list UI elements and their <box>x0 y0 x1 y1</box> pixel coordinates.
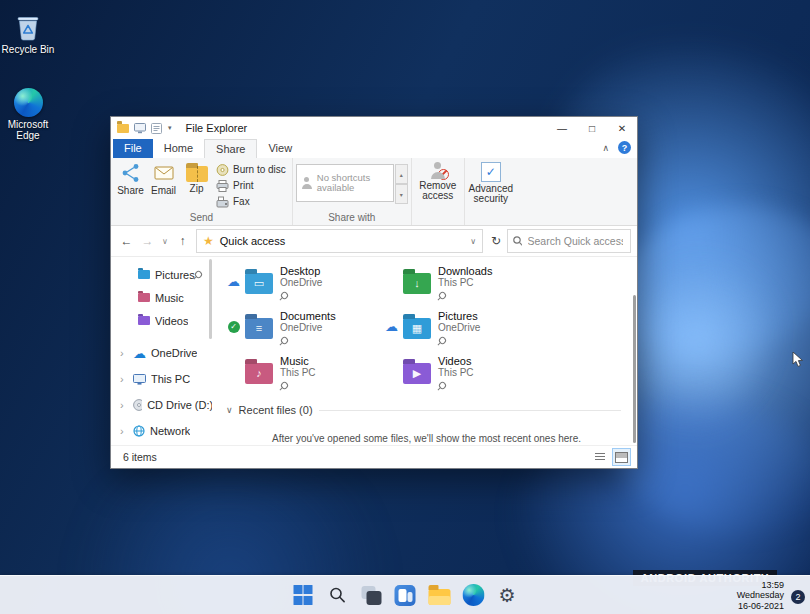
expand-chevron-icon[interactable]: › <box>120 348 124 359</box>
sidebar-item-pictures[interactable]: Pictures <box>111 263 212 286</box>
clock-day: Wednesday <box>737 590 784 601</box>
title-bar[interactable]: ▾ File Explorer — □ ✕ <box>111 117 637 139</box>
zip-button[interactable]: Zip <box>180 160 213 196</box>
downloads-folder-icon: ↓ <box>403 273 431 294</box>
taskbar-settings-button[interactable]: ⚙ <box>494 582 521 609</box>
advanced-security-button[interactable]: ✓ Advanced security <box>468 160 514 206</box>
music-folder-icon: ♪ <box>245 363 273 384</box>
tile-music[interactable]: ♪ Music This PC <box>226 349 384 394</box>
back-button[interactable]: ← <box>117 231 136 251</box>
taskbar-file-explorer-button[interactable] <box>426 582 453 609</box>
network-icon <box>133 425 145 437</box>
expand-chevron-icon[interactable]: › <box>120 400 124 411</box>
taskbar: ⚙ 13:59 Wednesday 16-06-2021 2 <box>0 575 810 614</box>
help-button[interactable]: ? <box>618 141 631 154</box>
current-location[interactable]: Quick access <box>220 235 285 247</box>
share-button[interactable]: Share <box>114 160 147 198</box>
expand-chevron-icon[interactable]: › <box>120 426 124 437</box>
sidebar-item-music[interactable]: Music <box>111 286 212 309</box>
ribbon-group-share-with: No shortcuts available ▴ ▾ Share with <box>293 158 412 225</box>
address-dropdown-icon[interactable]: ∨ <box>470 237 476 246</box>
share-icon <box>120 162 142 184</box>
pin-icon <box>194 270 204 280</box>
content-scrollbar[interactable] <box>633 295 636 443</box>
section-divider <box>319 410 621 411</box>
details-view-button[interactable] <box>590 448 609 466</box>
task-view-icon <box>361 586 381 605</box>
notification-badge[interactable]: 2 <box>791 590 805 604</box>
taskbar-edge-button[interactable] <box>460 582 487 609</box>
tile-videos[interactable]: ▶ Videos This PC <box>384 349 542 394</box>
desktop-icon-recycle-bin[interactable]: Recycle Bin <box>1 10 55 55</box>
up-button[interactable]: ↑ <box>173 231 192 251</box>
email-button[interactable]: Email <box>147 160 180 198</box>
recent-locations-chevron-icon[interactable]: ∨ <box>159 231 171 251</box>
qat-properties-icon[interactable] <box>151 123 162 134</box>
maximize-button[interactable]: □ <box>577 117 607 139</box>
breadcrumb[interactable]: ★ Quick access ∨ <box>196 229 483 253</box>
ribbon-share: Share Email Zip <box>111 158 637 226</box>
widgets-button[interactable] <box>392 582 419 609</box>
qat-customize-chevron-icon[interactable]: ▾ <box>168 124 172 132</box>
sidebar-item-videos[interactable]: Videos <box>111 309 212 332</box>
forward-button[interactable]: → <box>138 231 157 251</box>
minimize-button[interactable]: — <box>547 117 577 139</box>
desktop-icon-label: Recycle Bin <box>1 44 55 55</box>
search-box[interactable] <box>507 229 631 253</box>
remove-access-icon <box>429 162 446 179</box>
edge-icon <box>14 88 43 117</box>
scroll-up-button[interactable]: ▴ <box>395 164 408 184</box>
tile-pictures[interactable]: ☁ ▦ Pictures OneDrive <box>384 304 542 349</box>
expand-chevron-icon[interactable]: › <box>120 374 124 385</box>
advanced-security-icon: ✓ <box>481 162 501 182</box>
ribbon-group-advanced-security: ✓ Advanced security <box>465 158 517 225</box>
printer-icon <box>216 180 229 192</box>
pin-icon <box>438 290 448 300</box>
recycle-bin-icon <box>1 10 55 42</box>
taskbar-search-button[interactable] <box>324 582 351 609</box>
sidebar-item-onedrive[interactable]: › ☁ OneDrive <box>111 340 212 366</box>
collapse-section-chevron-icon[interactable]: ∨ <box>226 405 233 415</box>
refresh-button[interactable]: ↻ <box>487 234 505 248</box>
qat-computer-icon[interactable] <box>134 123 146 134</box>
file-explorer-window: ▾ File Explorer — □ ✕ File Home Share Vi… <box>110 116 638 469</box>
close-button[interactable]: ✕ <box>607 117 637 139</box>
burn-to-disc-item[interactable]: Burn to disc <box>216 162 286 177</box>
tile-downloads[interactable]: ↓ Downloads This PC <box>384 259 542 304</box>
system-clock[interactable]: 13:59 Wednesday 16-06-2021 <box>737 580 784 612</box>
start-button[interactable] <box>290 582 317 609</box>
synced-status-icon: ✓ <box>228 321 240 333</box>
videos-folder-icon <box>138 316 150 325</box>
search-input[interactable] <box>526 234 625 248</box>
tab-file[interactable]: File <box>113 139 153 158</box>
collapse-ribbon-icon[interactable]: ∧ <box>602 143 609 153</box>
tile-desktop[interactable]: ☁ ▭ Desktop OneDrive <box>226 259 384 304</box>
sidebar-item-cd-drive[interactable]: › CD Drive (D:) CC <box>111 392 212 418</box>
print-item[interactable]: Print <box>216 178 286 193</box>
sidebar-item-this-pc[interactable]: › This PC <box>111 366 212 392</box>
large-icons-view-button[interactable] <box>612 448 631 466</box>
tab-view[interactable]: View <box>257 139 303 158</box>
desktop-icon-microsoft-edge[interactable]: Microsoft Edge <box>1 85 55 141</box>
documents-folder-icon: ≡ <box>245 318 273 339</box>
pin-icon <box>438 335 448 345</box>
email-icon <box>153 162 175 184</box>
pictures-folder-icon: ▦ <box>403 318 431 339</box>
disc-icon <box>216 164 229 176</box>
scroll-down-button[interactable]: ▾ <box>395 184 408 204</box>
tab-home[interactable]: Home <box>153 139 204 158</box>
ribbon-group-remove-access: Remove access <box>412 158 465 225</box>
fax-item[interactable]: Fax <box>216 194 286 209</box>
quick-access-star-icon: ★ <box>203 235 214 247</box>
recent-files-empty-message: After you've opened some files, we'll sh… <box>226 433 627 444</box>
remove-access-button[interactable]: Remove access <box>415 160 461 203</box>
recent-files-header[interactable]: ∨ Recent files (0) <box>226 404 627 416</box>
sidebar-item-network[interactable]: › Network <box>111 418 212 444</box>
share-with-list[interactable]: No shortcuts available <box>296 164 394 202</box>
tab-share[interactable]: Share <box>204 139 257 158</box>
widgets-icon <box>395 585 416 606</box>
tile-documents[interactable]: ✓ ≡ Documents OneDrive <box>226 304 384 349</box>
task-view-button[interactable] <box>358 582 385 609</box>
cd-drive-icon <box>133 399 142 411</box>
onedrive-icon: ☁ <box>133 347 146 360</box>
